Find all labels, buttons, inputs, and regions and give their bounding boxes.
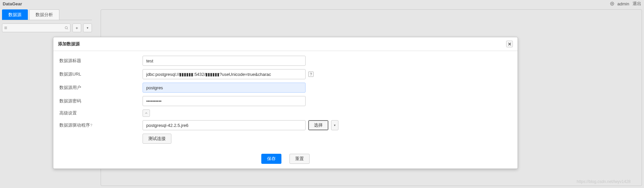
svg-point-0 bbox=[611, 3, 612, 4]
driver-input[interactable] bbox=[143, 120, 306, 130]
search-icon[interactable] bbox=[64, 26, 68, 30]
label-password: 数据源密码 bbox=[59, 98, 143, 104]
label-driver: 数据源驱动程序? bbox=[59, 122, 143, 128]
label-url: 数据源URL bbox=[59, 71, 143, 77]
reset-button[interactable]: 重置 bbox=[289, 154, 310, 164]
app-header: DataGear admin 退出 bbox=[0, 0, 644, 7]
svg-rect-3 bbox=[4, 29, 7, 29]
tab-analysis[interactable]: 数据分析 bbox=[29, 9, 59, 20]
svg-line-5 bbox=[67, 29, 68, 29]
title-input[interactable] bbox=[143, 56, 306, 66]
gear-icon[interactable] bbox=[610, 2, 614, 6]
user-input[interactable] bbox=[143, 83, 306, 93]
password-input[interactable] bbox=[143, 96, 306, 106]
url-input[interactable] bbox=[143, 69, 306, 79]
save-button[interactable]: 保存 bbox=[261, 154, 281, 164]
username-label[interactable]: admin bbox=[618, 1, 629, 6]
dialog-title: 添加数据源 bbox=[58, 41, 80, 47]
select-driver-dropdown[interactable]: ▼ bbox=[331, 120, 338, 130]
test-connection-button[interactable]: 测试连接 bbox=[143, 134, 171, 144]
logout-link[interactable]: 退出 bbox=[633, 1, 641, 7]
svg-rect-2 bbox=[4, 28, 7, 28]
label-advanced: 高级设置 bbox=[59, 110, 143, 116]
add-button[interactable]: + bbox=[72, 23, 81, 32]
add-dropdown[interactable]: ▼ bbox=[83, 23, 92, 32]
tab-datasource[interactable]: 数据源 bbox=[2, 9, 28, 20]
app-title: DataGear bbox=[3, 1, 22, 6]
url-help-icon[interactable]: ? bbox=[308, 72, 314, 77]
advanced-toggle[interactable] bbox=[143, 109, 150, 117]
chevron-up-icon bbox=[145, 112, 148, 114]
label-user: 数据源用户 bbox=[59, 85, 143, 91]
list-icon bbox=[4, 26, 7, 30]
select-driver-button[interactable]: 选择 bbox=[308, 120, 328, 130]
svg-point-4 bbox=[65, 27, 67, 29]
search-input[interactable] bbox=[2, 23, 70, 32]
sidebar-tabs: 数据源 数据分析 bbox=[2, 9, 92, 20]
svg-rect-1 bbox=[4, 27, 7, 27]
add-datasource-dialog: 添加数据源 ✕ 数据源标题 数据源URL ? 数据源用户 数据源密码 bbox=[53, 37, 518, 169]
label-title: 数据源标题 bbox=[59, 58, 143, 64]
close-icon[interactable]: ✕ bbox=[506, 41, 513, 47]
